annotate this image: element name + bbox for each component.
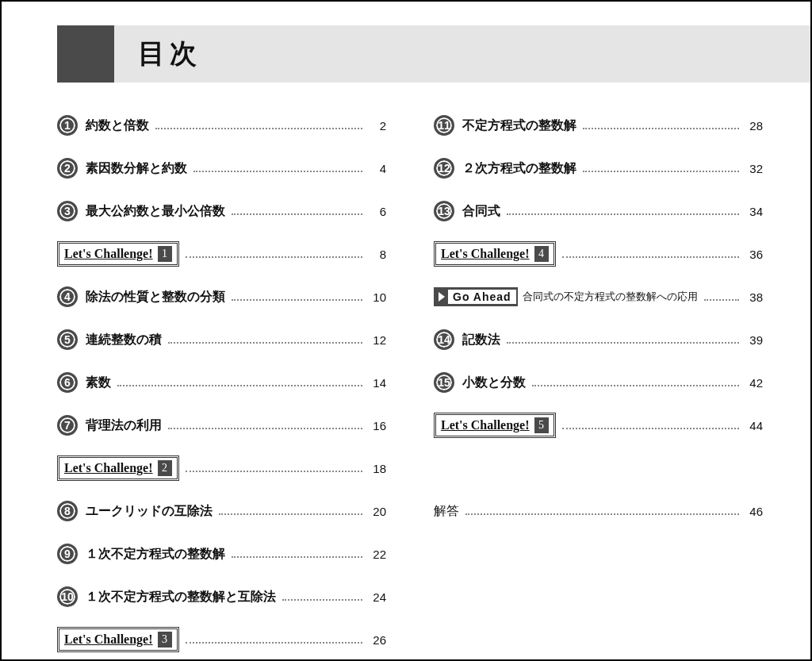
toc-row: 6素数14 [57, 371, 386, 394]
page-number: 36 [745, 248, 763, 261]
toc-right-column: 11不定方程式の整数解2812２次方程式の整数解3213合同式34Let's C… [434, 114, 763, 661]
challenge-number: 3 [158, 632, 172, 648]
chapter-number-badge: 13 [434, 201, 454, 221]
dot-leader [583, 128, 739, 129]
chapter-number-badge: 4 [57, 286, 78, 307]
toc-row: 15小数と分数42 [434, 371, 763, 394]
chapter-number-badge: 7 [57, 415, 78, 436]
chapter-title: １次不定方程式の整数解と互除法 [86, 589, 276, 605]
challenge-number: 5 [534, 417, 549, 433]
chapter-title: 小数と分数 [462, 375, 526, 391]
challenge-badge: Let's Challenge!1 [57, 241, 179, 267]
chapter-number-badge: 12 [434, 158, 454, 179]
chapter-title: 最大公約数と最小公倍数 [86, 203, 225, 220]
page-title: 目次 [138, 36, 201, 72]
toc-row: 3最大公約数と最小公倍数6 [57, 200, 386, 222]
chapter-title: １次不定方程式の整数解 [86, 546, 225, 563]
page-number: 16 [369, 419, 386, 432]
chapter-title: 除法の性質と整数の分類 [86, 289, 225, 306]
page-number: 20 [369, 505, 386, 518]
chapter-number-badge: 14 [434, 329, 454, 350]
chapter-number-badge: 15 [434, 372, 454, 393]
toc-row: 9１次不定方程式の整数解22 [57, 543, 386, 565]
challenge-number: 2 [158, 460, 172, 476]
chapter-number-badge: 10 [57, 586, 78, 607]
chapter-number-badge: 1 [57, 115, 78, 136]
challenge-badge: Let's Challenge!2 [57, 455, 179, 481]
challenge-label: Let's Challenge! [64, 461, 153, 475]
toc-row: 8ユークリッドの互除法20 [57, 500, 386, 522]
goahead-label: Go Ahead [448, 290, 516, 304]
toc-row: Let's Challenge!326 [57, 628, 386, 651]
page-number: 22 [369, 548, 386, 561]
toc-row: Go Ahead合同式の不定方程式の整数解への応用38 [434, 286, 763, 308]
dot-leader [562, 428, 739, 429]
page-number: 34 [745, 205, 763, 218]
toc-row: 11不定方程式の整数解28 [434, 114, 763, 136]
chapter-title: 連続整数の積 [86, 332, 162, 348]
challenge-label: Let's Challenge! [441, 247, 530, 261]
dot-leader [186, 256, 362, 258]
page-number: 12 [369, 333, 386, 347]
dot-leader [186, 471, 362, 472]
challenge-label: Let's Challenge! [64, 632, 153, 647]
dot-leader [532, 385, 739, 386]
challenge-label: Let's Challenge! [441, 418, 530, 432]
chapter-number-badge: 2 [57, 158, 78, 179]
toc-row: Let's Challenge!544 [434, 414, 763, 436]
page-number: 14 [369, 376, 386, 390]
dot-leader [704, 299, 739, 301]
dot-leader [465, 513, 739, 515]
toc-row: 5連続整数の積12 [57, 329, 386, 351]
toc-row: 13合同式34 [434, 200, 763, 222]
toc-row: Let's Challenge!436 [434, 243, 763, 265]
header-band: 目次 [114, 25, 810, 83]
chapter-number-badge: 5 [57, 329, 78, 350]
toc-row: 10１次不定方程式の整数解と互除法24 [57, 586, 386, 608]
page-number: 42 [745, 376, 763, 390]
chapter-number-badge: 6 [57, 372, 78, 393]
page-number: 8 [369, 248, 386, 261]
challenge-number: 1 [158, 246, 172, 262]
page-number: 4 [369, 162, 386, 175]
page-number: 28 [745, 119, 763, 133]
toc-row [434, 457, 763, 479]
dot-leader [219, 513, 362, 515]
toc-row: 解答46 [434, 500, 763, 522]
toc-left-column: 1約数と倍数22素因数分解と約数43最大公約数と最小公倍数6Let's Chal… [57, 114, 386, 661]
dot-leader [117, 385, 362, 386]
chapter-title: 素数 [86, 375, 111, 391]
dot-leader [562, 256, 739, 258]
page-number: 38 [745, 290, 763, 304]
chapter-number-badge: 3 [57, 201, 78, 221]
toc-row: 14記数法39 [434, 329, 763, 351]
toc-row: 1約数と倍数2 [57, 114, 386, 136]
chapter-title: ユークリッドの互除法 [86, 503, 213, 520]
page-number: 26 [369, 633, 386, 647]
toc-row: 2素因数分解と約数4 [57, 157, 386, 179]
dot-leader [168, 428, 362, 429]
dot-leader [507, 342, 739, 344]
chapter-title: 背理法の利用 [86, 417, 162, 434]
page-number: 39 [745, 333, 763, 347]
header-accent-block [57, 25, 114, 83]
dot-leader [232, 213, 362, 215]
chapter-title: 記数法 [462, 332, 500, 348]
dot-leader [232, 556, 362, 558]
chapter-title: 素因数分解と約数 [86, 160, 187, 177]
challenge-badge: Let's Challenge!5 [434, 413, 556, 438]
dot-leader [155, 128, 362, 129]
arrow-right-icon [439, 292, 445, 302]
dot-leader [193, 171, 362, 172]
challenge-badge: Let's Challenge!4 [434, 241, 556, 267]
chapter-number-badge: 8 [57, 501, 78, 521]
chapter-title: 合同式 [462, 203, 500, 220]
toc-row: Let's Challenge!18 [57, 243, 386, 265]
toc-row: 7背理法の利用16 [57, 414, 386, 436]
toc-row: Let's Challenge!218 [57, 457, 386, 479]
challenge-number: 4 [534, 246, 549, 262]
chapter-number-badge: 9 [57, 544, 78, 564]
page-number: 24 [369, 590, 386, 604]
page-number: 32 [745, 162, 763, 175]
dot-leader [186, 642, 362, 644]
